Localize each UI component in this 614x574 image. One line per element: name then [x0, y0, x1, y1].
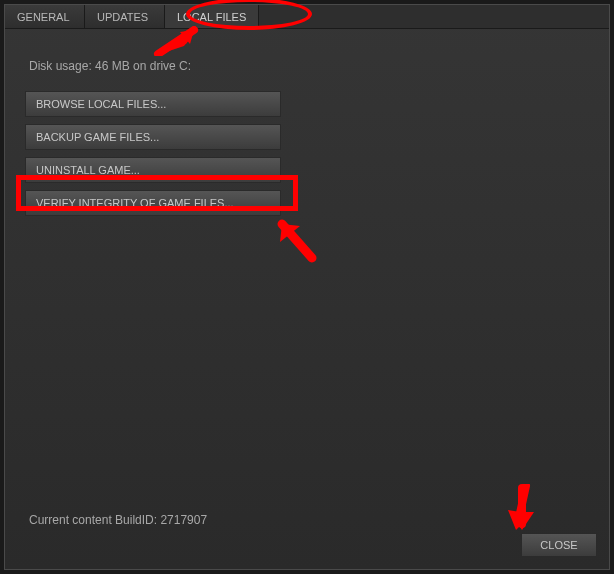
- close-button[interactable]: CLOSE: [521, 533, 597, 557]
- disk-usage-value: 46 MB on drive C:: [95, 59, 191, 73]
- tab-general[interactable]: GENERAL: [5, 5, 85, 28]
- backup-game-files-button[interactable]: BACKUP GAME FILES...: [25, 124, 281, 150]
- properties-dialog: GENERAL UPDATES LOCAL FILES Disk usage: …: [4, 4, 610, 570]
- disk-usage-text: Disk usage: 46 MB on drive C:: [29, 59, 589, 73]
- build-id-value: 2717907: [160, 513, 207, 527]
- verify-integrity-button[interactable]: VERIFY INTEGRITY OF GAME FILES...: [25, 190, 281, 216]
- tab-local-files[interactable]: LOCAL FILES: [165, 5, 259, 28]
- tab-bar: GENERAL UPDATES LOCAL FILES: [5, 5, 609, 29]
- tab-updates[interactable]: UPDATES: [85, 5, 165, 28]
- build-id-label: Current content BuildID: [29, 513, 154, 527]
- tab-content: Disk usage: 46 MB on drive C: BROWSE LOC…: [5, 29, 609, 569]
- action-list: BROWSE LOCAL FILES... BACKUP GAME FILES.…: [25, 91, 281, 216]
- disk-usage-label: Disk usage: [29, 59, 88, 73]
- build-id-text: Current content BuildID: 2717907: [29, 513, 207, 527]
- browse-local-files-button[interactable]: BROWSE LOCAL FILES...: [25, 91, 281, 117]
- uninstall-game-button[interactable]: UNINSTALL GAME...: [25, 157, 281, 183]
